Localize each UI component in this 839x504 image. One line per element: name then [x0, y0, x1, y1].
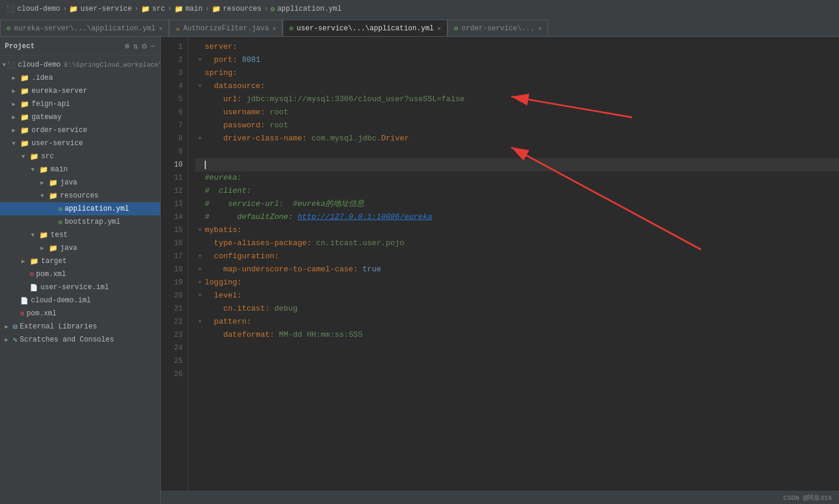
code-line-21: cn.itcast: debug [195, 302, 839, 315]
line-num-6: 6 [161, 106, 187, 119]
main-area: Project ⊕ ⇅ ⚙ − ▼ ⬛ cloud-demo E:\Spring… [0, 37, 839, 504]
tree-item-test-java[interactable]: ▶ 📁 java [0, 242, 160, 255]
tree-item-target[interactable]: ▶ 📁 target [0, 255, 160, 268]
editor-content[interactable]: 1 2 3 4 5 6 7 8 9 10 11 12 13 14 15 16 1… [161, 37, 839, 491]
tab-order-application-yml[interactable]: ⚙ order-service\... ✕ [447, 20, 548, 36]
line-num-3: 3 [161, 67, 187, 80]
tree-item-user-service[interactable]: ▼ 📁 user-service [0, 137, 160, 150]
tab-close-icon[interactable]: ✕ [159, 25, 162, 32]
code-line-8: ▼ driver-class-name: com.mysql.jdbc.Driv… [195, 132, 839, 145]
breadcrumb-icon-1: ⬛ [6, 5, 15, 14]
sidebar-tree: ▼ ⬛ cloud-demo E:\SpringCloud_workplace\… [0, 56, 160, 504]
line-num-18: 18 [161, 263, 187, 276]
tree-item-main[interactable]: ▼ 📁 main [0, 163, 160, 176]
tree-item-pom-root[interactable]: ▶ m pom.xml [0, 307, 160, 320]
code-line-3: spring: [195, 67, 839, 80]
tab-user-application-yml[interactable]: ⚙ user-service\...\application.yml ✕ [283, 20, 447, 36]
iml-icon: 📄 [30, 284, 38, 292]
xml-icon: m [20, 310, 24, 317]
settings-icon[interactable]: ⊕ [124, 41, 129, 51]
line-num-5: 5 [161, 93, 187, 106]
tree-item-cloud-iml[interactable]: ▶ 📄 cloud-demo.iml [0, 294, 160, 307]
tree-item-idea[interactable]: ▶ 📁 .idea [0, 71, 160, 84]
line-num-22: 22 [161, 315, 187, 328]
folder-icon: 📁 [20, 74, 29, 83]
yaml-file-icon: ⚙ [58, 218, 62, 226]
code-line-1: server: [195, 40, 839, 54]
line-num-9: 9 [161, 145, 187, 158]
code-line-11: #eureka: [195, 171, 839, 184]
expand-arrow: ▼ [21, 154, 29, 160]
folder-icon: 📁 [30, 257, 39, 266]
sidebar-header: Project ⊕ ⇅ ⚙ − [0, 37, 160, 56]
breadcrumb-icon-6: ⚙ [271, 5, 275, 14]
expand-arrow: ▶ [40, 179, 48, 186]
tree-item-user-iml[interactable]: ▶ 📄 user-service.iml [0, 281, 160, 294]
iml-icon: 📄 [20, 297, 29, 305]
code-line-5: url: jdbc:mysql://mysql:3306/cloud_user?… [195, 93, 839, 106]
code-line-26 [195, 368, 839, 381]
tree-item-src[interactable]: ▼ 📁 src [0, 150, 160, 163]
tree-item-scratches[interactable]: ▶ ✎ Scratches and Consoles [0, 333, 160, 346]
line-numbers: 1 2 3 4 5 6 7 8 9 10 11 12 13 14 15 16 1… [161, 37, 188, 491]
code-editor[interactable]: server: ▼ port: 8081 spring: ▼ datasourc… [188, 37, 839, 491]
sort-icon[interactable]: ⇅ [133, 41, 138, 51]
tab-close-icon[interactable]: ✕ [538, 25, 541, 32]
code-line-6: username: root [195, 106, 839, 119]
folder-icon: 📁 [20, 87, 29, 96]
code-line-13: # service-url: #eureka的地址信息 [195, 198, 839, 211]
sidebar-icons: ⊕ ⇅ ⚙ − [124, 41, 155, 51]
expand-arrow: ▶ [5, 323, 12, 330]
tree-item-order-service[interactable]: ▶ 📁 order-service [0, 124, 160, 137]
line-num-20: 20 [161, 289, 187, 302]
line-num-13: 13 [161, 198, 187, 211]
minimize-icon[interactable]: − [151, 42, 155, 51]
folder-icon: 📁 [39, 165, 48, 174]
line-num-15: 15 [161, 224, 187, 237]
tree-item-gateway[interactable]: ▶ 📁 gateway [0, 111, 160, 124]
breadcrumb-icon-5: 📁 [212, 5, 221, 14]
folder-icon: 📁 [39, 231, 48, 240]
yaml-icon: ⚙ [289, 24, 293, 32]
tree-item-pom-user[interactable]: ▶ m pom.xml [0, 268, 160, 281]
tree-item-bootstrap-yml[interactable]: ▶ ⚙ bootstrap.yml [0, 215, 160, 228]
folder-icon: 📁 [20, 126, 29, 135]
tab-eureka-application-yml[interactable]: ⚙ eureka-server\...\application.yml ✕ [0, 20, 169, 36]
gear-icon[interactable]: ⚙ [142, 41, 146, 51]
line-num-21: 21 [161, 302, 187, 315]
tree-item-application-yml[interactable]: ▶ ⚙ application.yml [0, 202, 160, 215]
code-line-17: ▼ configuration: [195, 250, 839, 263]
line-num-12: 12 [161, 184, 187, 198]
code-line-22: ▼ pattern: [195, 315, 839, 328]
tab-close-icon[interactable]: ✕ [437, 25, 441, 32]
tree-item-feign-api[interactable]: ▶ 📁 feign-api [0, 98, 160, 111]
scratches-icon: ✎ [13, 336, 17, 345]
tree-item-test[interactable]: ▼ 📁 test [0, 228, 160, 242]
expand-arrow: ▶ [5, 336, 12, 343]
tab-close-icon[interactable]: ✕ [273, 25, 276, 32]
line-num-10: 10 [161, 158, 187, 171]
tab-authorize-filter[interactable]: ☕ AuthorizeFilter.java ✕ [169, 20, 283, 36]
code-line-25 [195, 355, 839, 368]
breadcrumb-icon-2: 📁 [69, 5, 78, 14]
expand-arrow: ▼ [12, 140, 19, 147]
folder-icon: 📁 [20, 100, 29, 109]
tree-item-resources[interactable]: ▼ 📁 resources [0, 189, 160, 202]
expand-arrow: ▶ [12, 114, 19, 121]
yaml-icon: ⚙ [7, 24, 11, 32]
watermark: CSDN @阿岳316 [784, 493, 832, 502]
code-line-10 [195, 158, 839, 171]
tree-item-external-libraries[interactable]: ▶ ⊟ External Libraries [0, 320, 160, 333]
breadcrumb-icon-3: 📁 [141, 5, 150, 14]
tree-item-cloud-demo[interactable]: ▼ ⬛ cloud-demo E:\SpringCloud_workplace\… [0, 58, 160, 71]
code-line-4: ▼ datasource: [195, 80, 839, 93]
tree-item-eureka-server[interactable]: ▶ 📁 eureka-server [0, 84, 160, 98]
expand-arrow: ▼ [31, 167, 38, 173]
tree-item-java[interactable]: ▶ 📁 java [0, 176, 160, 189]
bottom-bar: CSDN @阿岳316 [161, 491, 839, 504]
code-line-24 [195, 342, 839, 355]
folder-icon: 📁 [49, 179, 58, 187]
tab-bar: ⚙ eureka-server\...\application.yml ✕ ☕ … [0, 18, 839, 37]
line-num-17: 17 [161, 250, 187, 263]
line-num-19: 19 [161, 276, 187, 289]
